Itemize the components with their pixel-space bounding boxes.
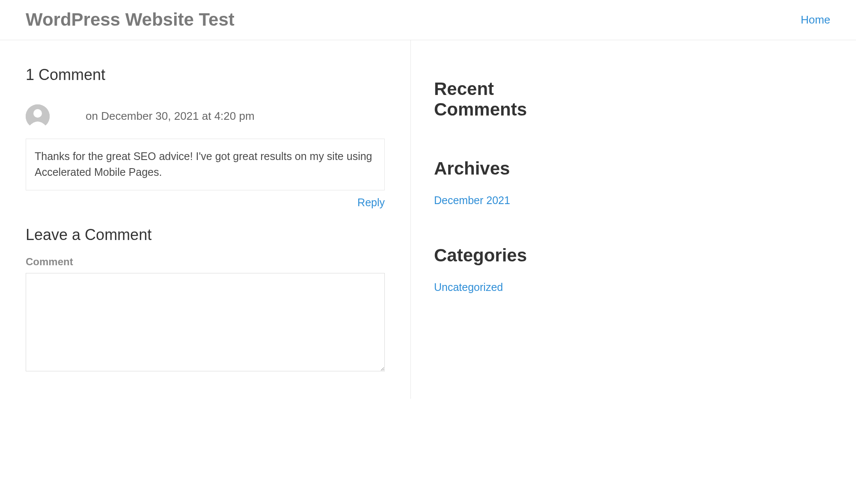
categories-link-uncategorized[interactable]: Uncategorized bbox=[434, 281, 591, 294]
svg-point-1 bbox=[33, 109, 42, 118]
avatar bbox=[26, 104, 50, 128]
comment-body: Thanks for the great SEO advice! I've go… bbox=[26, 139, 385, 190]
reply-link[interactable]: Reply bbox=[357, 196, 385, 208]
comment-meta: on December 30, 2021 at 4:20 pm bbox=[26, 104, 385, 128]
recent-comments-heading: Recent Comments bbox=[434, 79, 591, 120]
sidebar: Recent Comments Archives December 2021 C… bbox=[411, 40, 616, 399]
archives-link-december-2021[interactable]: December 2021 bbox=[434, 194, 591, 207]
recent-comments-widget: Recent Comments bbox=[434, 79, 591, 120]
leave-comment-heading: Leave a Comment bbox=[26, 226, 385, 244]
reply-row: Reply bbox=[26, 196, 385, 209]
comments-heading: 1 Comment bbox=[26, 66, 385, 84]
page-container: 1 Comment on December 30, 2021 at 4:20 p… bbox=[0, 40, 856, 399]
comment-textarea[interactable] bbox=[26, 273, 385, 371]
categories-widget: Categories Uncategorized bbox=[434, 245, 591, 294]
categories-heading: Categories bbox=[434, 245, 591, 266]
archives-widget: Archives December 2021 bbox=[434, 158, 591, 207]
archives-heading: Archives bbox=[434, 158, 591, 179]
site-header: WordPress Website Test Home bbox=[0, 0, 856, 40]
main-content: 1 Comment on December 30, 2021 at 4:20 p… bbox=[0, 40, 411, 399]
nav-home-link[interactable]: Home bbox=[801, 13, 830, 27]
site-title[interactable]: WordPress Website Test bbox=[26, 8, 235, 32]
comment-date: on December 30, 2021 at 4:20 pm bbox=[86, 110, 255, 123]
comment-item: on December 30, 2021 at 4:20 pm Thanks f… bbox=[26, 104, 385, 190]
user-icon bbox=[26, 104, 50, 128]
comment-field-label: Comment bbox=[26, 256, 385, 268]
